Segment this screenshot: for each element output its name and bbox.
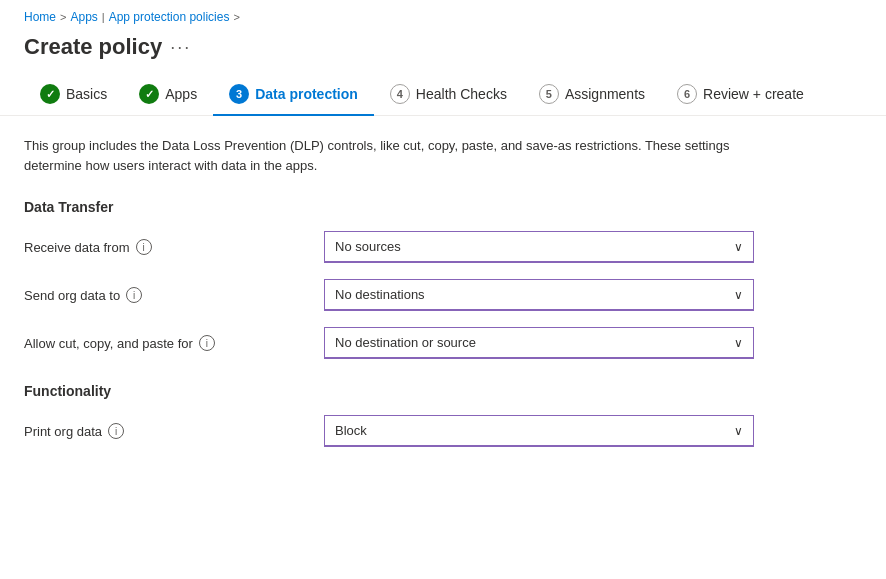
dropdown-send-org-data-to[interactable]: No destinations∨ bbox=[324, 279, 754, 311]
content-area: This group includes the Data Loss Preven… bbox=[0, 116, 886, 483]
page-title: Create policy bbox=[24, 34, 162, 60]
page-wrapper: Home > Apps | App protection policies > … bbox=[0, 0, 886, 579]
form-row-receive-data-from: Receive data fromiNo sources∨ bbox=[24, 231, 862, 263]
section-title-data-transfer: Data Transfer bbox=[24, 199, 862, 215]
tab-circle-health-checks: 4 bbox=[390, 84, 410, 104]
label-text-send-org-data-to: Send org data to bbox=[24, 288, 120, 303]
section-functionality: FunctionalityPrint org dataiBlock∨ bbox=[24, 383, 862, 447]
dropdown-value-receive-data-from: No sources bbox=[335, 239, 401, 254]
info-icon-send-org-data-to[interactable]: i bbox=[126, 287, 142, 303]
breadcrumb-policies[interactable]: App protection policies bbox=[109, 10, 230, 24]
tab-assignments[interactable]: 5Assignments bbox=[523, 76, 661, 116]
breadcrumb-sep-1: > bbox=[60, 11, 66, 23]
form-label-receive-data-from: Receive data fromi bbox=[24, 239, 324, 255]
section-data-transfer: Data TransferReceive data fromiNo source… bbox=[24, 199, 862, 359]
label-text-receive-data-from: Receive data from bbox=[24, 240, 130, 255]
tab-label-review-create: Review + create bbox=[703, 86, 804, 102]
label-text-print-org-data: Print org data bbox=[24, 424, 102, 439]
section-title-functionality: Functionality bbox=[24, 383, 862, 399]
tab-review-create[interactable]: 6Review + create bbox=[661, 76, 820, 116]
form-row-print-org-data: Print org dataiBlock∨ bbox=[24, 415, 862, 447]
tab-circle-data-protection: 3 bbox=[229, 84, 249, 104]
description-text: This group includes the Data Loss Preven… bbox=[24, 136, 744, 175]
dropdown-print-org-data[interactable]: Block∨ bbox=[324, 415, 754, 447]
breadcrumb-home[interactable]: Home bbox=[24, 10, 56, 24]
form-row-send-org-data-to: Send org data toiNo destinations∨ bbox=[24, 279, 862, 311]
form-label-print-org-data: Print org datai bbox=[24, 423, 324, 439]
dropdown-chevron-print-org-data: ∨ bbox=[734, 424, 743, 438]
dropdown-receive-data-from[interactable]: No sources∨ bbox=[324, 231, 754, 263]
breadcrumb-apps[interactable]: Apps bbox=[70, 10, 97, 24]
tab-circle-apps: ✓ bbox=[139, 84, 159, 104]
dropdown-value-send-org-data-to: No destinations bbox=[335, 287, 425, 302]
info-icon-print-org-data[interactable]: i bbox=[108, 423, 124, 439]
dropdown-value-print-org-data: Block bbox=[335, 423, 367, 438]
tab-basics[interactable]: ✓Basics bbox=[24, 76, 123, 116]
breadcrumb-sep-2: > bbox=[233, 11, 239, 23]
tab-apps[interactable]: ✓Apps bbox=[123, 76, 213, 116]
tab-label-data-protection: Data protection bbox=[255, 86, 358, 102]
label-text-allow-cut-copy-paste: Allow cut, copy, and paste for bbox=[24, 336, 193, 351]
breadcrumb: Home > Apps | App protection policies > bbox=[0, 0, 886, 30]
tab-label-apps: Apps bbox=[165, 86, 197, 102]
page-title-row: Create policy ··· bbox=[0, 30, 886, 76]
breadcrumb-pipe: | bbox=[102, 11, 105, 23]
info-icon-receive-data-from[interactable]: i bbox=[136, 239, 152, 255]
tab-circle-assignments: 5 bbox=[539, 84, 559, 104]
sections-container: Data TransferReceive data fromiNo source… bbox=[24, 199, 862, 447]
form-label-send-org-data-to: Send org data toi bbox=[24, 287, 324, 303]
dropdown-chevron-send-org-data-to: ∨ bbox=[734, 288, 743, 302]
tab-circle-basics: ✓ bbox=[40, 84, 60, 104]
info-icon-allow-cut-copy-paste[interactable]: i bbox=[199, 335, 215, 351]
dropdown-allow-cut-copy-paste[interactable]: No destination or source∨ bbox=[324, 327, 754, 359]
tab-label-assignments: Assignments bbox=[565, 86, 645, 102]
tab-label-health-checks: Health Checks bbox=[416, 86, 507, 102]
dropdown-value-allow-cut-copy-paste: No destination or source bbox=[335, 335, 476, 350]
tabs-row: ✓Basics✓Apps3Data protection4Health Chec… bbox=[0, 76, 886, 116]
title-menu-button[interactable]: ··· bbox=[170, 37, 191, 58]
form-label-allow-cut-copy-paste: Allow cut, copy, and paste fori bbox=[24, 335, 324, 351]
form-row-allow-cut-copy-paste: Allow cut, copy, and paste foriNo destin… bbox=[24, 327, 862, 359]
tab-health-checks[interactable]: 4Health Checks bbox=[374, 76, 523, 116]
tab-data-protection[interactable]: 3Data protection bbox=[213, 76, 374, 116]
tab-label-basics: Basics bbox=[66, 86, 107, 102]
dropdown-chevron-allow-cut-copy-paste: ∨ bbox=[734, 336, 743, 350]
tab-circle-review-create: 6 bbox=[677, 84, 697, 104]
dropdown-chevron-receive-data-from: ∨ bbox=[734, 240, 743, 254]
